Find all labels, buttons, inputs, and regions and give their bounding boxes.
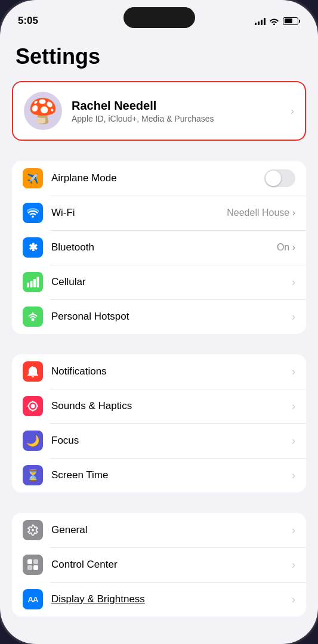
wifi-icon xyxy=(23,203,43,223)
status-icons xyxy=(255,17,301,25)
battery-icon xyxy=(283,17,300,25)
svg-rect-2 xyxy=(33,279,36,287)
hotspot-icon xyxy=(23,306,43,327)
control-center-chevron: › xyxy=(292,559,295,571)
display-label: Display & Brightness xyxy=(51,593,283,605)
settings-row-screen-time[interactable]: ⏳ Screen Time › xyxy=(12,458,306,493)
focus-chevron: › xyxy=(292,435,295,447)
svg-rect-8 xyxy=(27,559,32,564)
cellular-chevron: › xyxy=(292,276,295,289)
screen-time-icon: ⏳ xyxy=(23,465,43,485)
general-label: General xyxy=(51,524,283,536)
bluetooth-label: Bluetooth xyxy=(51,242,268,253)
svg-rect-1 xyxy=(30,281,33,287)
phone-screen: 5:05 xyxy=(0,0,318,644)
profile-info: Rachel Needell Apple ID, iCloud+, Media … xyxy=(72,99,281,123)
bluetooth-icon: ✱ xyxy=(23,237,43,258)
profile-card[interactable]: 🍄 Rachel Needell Apple ID, iCloud+, Medi… xyxy=(12,81,306,141)
general-icon xyxy=(23,520,43,540)
wifi-status-icon xyxy=(269,17,279,25)
settings-row-focus[interactable]: 🌙 Focus › xyxy=(12,423,306,458)
profile-chevron: › xyxy=(291,105,294,117)
hotspot-label: Personal Hotspot xyxy=(51,311,283,323)
profile-name: Rachel Needell xyxy=(72,99,281,113)
settings-row-hotspot[interactable]: Personal Hotspot › xyxy=(12,299,306,334)
cellular-icon xyxy=(23,272,43,292)
screen-time-chevron: › xyxy=(292,469,295,482)
focus-label: Focus xyxy=(51,435,283,447)
control-center-icon xyxy=(23,555,43,575)
svg-rect-11 xyxy=(33,565,38,570)
airplane-icon: ✈️ xyxy=(23,168,43,188)
avatar: 🍄 xyxy=(24,92,62,130)
settings-row-wifi[interactable]: Wi-Fi Needell House › xyxy=(12,196,306,230)
settings-row-notifications[interactable]: Notifications › xyxy=(12,354,306,389)
hotspot-chevron: › xyxy=(292,311,295,323)
airplane-toggle[interactable] xyxy=(264,169,295,187)
wifi-label: Wi-Fi xyxy=(51,207,218,219)
settings-row-airplane-mode[interactable]: ✈️ Airplane Mode xyxy=(12,161,306,196)
notifications-label: Notifications xyxy=(51,366,283,377)
screen-time-label: Screen Time xyxy=(51,469,283,481)
page-title: Settings xyxy=(12,44,306,69)
settings-row-control-center[interactable]: Control Center › xyxy=(12,547,306,582)
settings-group-system: General › Control Center › xyxy=(12,513,306,617)
control-center-label: Control Center xyxy=(51,559,283,571)
settings-group-notifications: Notifications › xyxy=(12,354,306,493)
settings-row-cellular[interactable]: Cellular › xyxy=(12,265,306,299)
notifications-chevron: › xyxy=(292,366,295,378)
svg-point-7 xyxy=(32,529,34,531)
svg-point-4 xyxy=(32,318,35,321)
settings-row-bluetooth[interactable]: ✱ Bluetooth On › xyxy=(12,230,306,265)
phone-frame: 5:05 xyxy=(0,0,318,644)
sounds-chevron: › xyxy=(292,400,295,413)
dynamic-island xyxy=(124,7,195,28)
display-chevron: › xyxy=(292,593,295,606)
focus-icon: 🌙 xyxy=(23,431,43,451)
sounds-label: Sounds & Haptics xyxy=(51,400,283,412)
settings-group-connectivity: ✈️ Airplane Mode Wi-Fi xyxy=(12,161,306,334)
settings-row-general[interactable]: General › xyxy=(12,513,306,547)
settings-row-sounds[interactable]: Sounds & Haptics › xyxy=(12,389,306,423)
airplane-label: Airplane Mode xyxy=(51,172,256,184)
svg-rect-0 xyxy=(27,283,29,287)
profile-subtitle: Apple ID, iCloud+, Media & Purchases xyxy=(72,114,281,123)
wifi-value: Needell House › xyxy=(227,208,295,218)
notifications-icon xyxy=(23,361,43,382)
sounds-icon xyxy=(23,396,43,416)
status-time: 5:05 xyxy=(18,15,38,27)
settings-row-display[interactable]: AA Display & Brightness › xyxy=(12,582,306,617)
svg-rect-3 xyxy=(37,277,39,287)
bluetooth-value: On › xyxy=(277,242,295,253)
svg-point-6 xyxy=(31,404,35,408)
cellular-label: Cellular xyxy=(51,276,283,288)
signal-icon xyxy=(255,17,266,25)
display-icon: AA xyxy=(23,589,43,609)
general-chevron: › xyxy=(292,524,295,537)
svg-rect-10 xyxy=(27,565,32,570)
svg-rect-9 xyxy=(33,559,38,564)
scroll-content[interactable]: Settings 🍄 Rachel Needell Apple ID, iClo… xyxy=(0,32,318,644)
